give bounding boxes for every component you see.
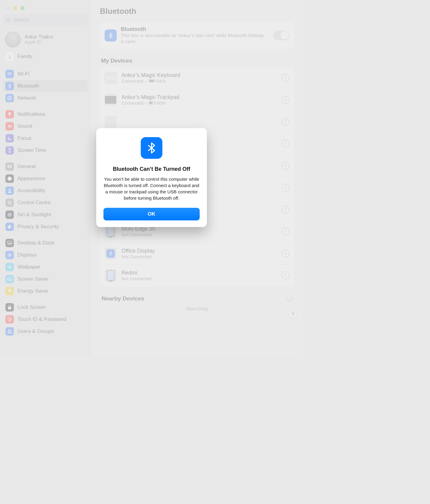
dialog-body: You won’t be able to control this comput… — [103, 176, 200, 201]
bluetooth-icon — [141, 137, 162, 159]
bluetooth-warning-dialog: Bluetooth Can’t Be Turned Off You won’t … — [96, 128, 207, 227]
dialog-title: Bluetooth Can’t Be Turned Off — [103, 166, 200, 172]
modal-overlay: Bluetooth Can’t Be Turned Off You won’t … — [0, 0, 303, 355]
ok-button[interactable]: OK — [103, 208, 200, 220]
